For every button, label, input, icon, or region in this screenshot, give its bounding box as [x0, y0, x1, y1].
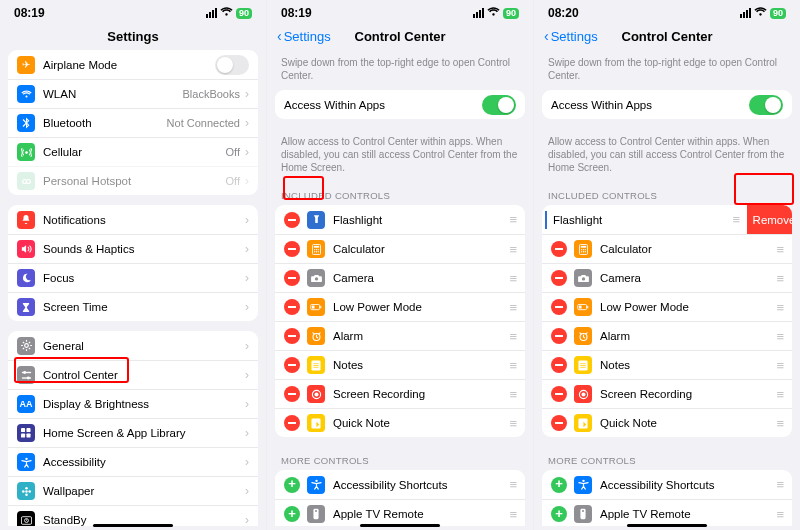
row-sounds[interactable]: Sounds & Haptics› — [8, 234, 258, 263]
status-time: 08:19 — [14, 6, 45, 20]
remove-icon[interactable] — [551, 328, 567, 344]
svg-rect-63 — [579, 305, 582, 308]
drag-handle-icon[interactable]: ≡ — [509, 507, 516, 522]
row-control-center[interactable]: Control Center› — [8, 360, 258, 389]
remove-icon[interactable] — [551, 386, 567, 402]
drag-handle-icon[interactable]: ≡ — [509, 329, 516, 344]
remove-icon[interactable] — [284, 415, 300, 431]
row-access-within-apps[interactable]: Access Within Apps — [275, 90, 525, 119]
svg-point-7 — [26, 376, 29, 379]
row-access-within-apps[interactable]: Access Within Apps — [542, 90, 792, 119]
accessibility-icon — [17, 453, 35, 471]
row-alarm[interactable]: Alarm≡ — [275, 321, 525, 350]
drag-handle-icon[interactable]: ≡ — [776, 416, 783, 431]
drag-handle-icon[interactable]: ≡ — [732, 212, 739, 227]
row-alarm[interactable]: Alarm≡ — [542, 321, 792, 350]
row-bluetooth[interactable]: Bluetooth Not Connected› — [8, 108, 258, 137]
svg-point-59 — [584, 251, 585, 252]
add-icon[interactable] — [284, 477, 300, 493]
row-atv[interactable]: Apple TV Remote≡ — [275, 499, 525, 526]
row-screentime[interactable]: Screen Time› — [8, 292, 258, 321]
row-calculator[interactable]: Calculator≡ — [542, 234, 792, 263]
drag-handle-icon[interactable]: ≡ — [509, 416, 516, 431]
drag-handle-icon[interactable]: ≡ — [509, 387, 516, 402]
add-icon[interactable] — [551, 506, 567, 522]
access-toggle[interactable] — [482, 95, 516, 115]
row-focus[interactable]: Focus› — [8, 263, 258, 292]
status-bar: 08:19 90 — [0, 0, 266, 22]
row-display[interactable]: AA Display & Brightness› — [8, 389, 258, 418]
back-button[interactable]: ‹Settings — [277, 29, 331, 44]
row-cellular[interactable]: Cellular Off› — [8, 137, 258, 166]
drag-handle-icon[interactable]: ≡ — [776, 358, 783, 373]
flashlight-icon — [307, 211, 325, 229]
row-rec[interactable]: Screen Recording≡ — [542, 379, 792, 408]
row-camera[interactable]: Camera≡ — [275, 263, 525, 292]
svg-rect-8 — [21, 428, 25, 432]
add-icon[interactable] — [551, 477, 567, 493]
wifi-icon — [487, 7, 500, 19]
row-camera[interactable]: Camera≡ — [542, 263, 792, 292]
remove-icon[interactable] — [284, 299, 300, 315]
remove-icon[interactable] — [551, 270, 567, 286]
row-as[interactable]: Accessibility Shortcuts≡ — [542, 470, 792, 499]
svg-point-42 — [315, 480, 317, 482]
remove-icon[interactable] — [284, 357, 300, 373]
row-atv[interactable]: Apple TV Remote≡ — [542, 499, 792, 526]
drag-handle-icon[interactable]: ≡ — [776, 329, 783, 344]
row-notifications[interactable]: Notifications› — [8, 205, 258, 234]
drag-handle-icon[interactable]: ≡ — [776, 477, 783, 492]
row-lpm[interactable]: Low Power Mode≡ — [275, 292, 525, 321]
row-rec[interactable]: Screen Recording≡ — [275, 379, 525, 408]
row-flashlight[interactable]: Flashlight≡ — [275, 205, 525, 234]
drag-handle-icon[interactable]: ≡ — [509, 477, 516, 492]
row-accessibility[interactable]: Accessibility› — [8, 447, 258, 476]
row-general[interactable]: General› — [8, 331, 258, 360]
battery-low-icon — [574, 298, 592, 316]
row-quicknote[interactable]: Quick Note≡ — [542, 408, 792, 437]
row-notes[interactable]: Notes≡ — [542, 350, 792, 379]
chevron-right-icon: › — [245, 484, 249, 498]
airplane-toggle[interactable] — [215, 55, 249, 75]
drag-handle-icon[interactable]: ≡ — [776, 507, 783, 522]
add-icon[interactable] — [284, 506, 300, 522]
row-quicknote[interactable]: Quick Note≡ — [275, 408, 525, 437]
back-button[interactable]: ‹Settings — [544, 29, 598, 44]
drag-handle-icon[interactable]: ≡ — [776, 300, 783, 315]
remove-icon[interactable] — [284, 328, 300, 344]
page-title: Control Center — [355, 29, 446, 44]
row-flashlight-shifted[interactable]: Flashlight ≡ Remove — [542, 205, 792, 234]
reorder-indicator — [545, 211, 547, 229]
drag-handle-icon[interactable]: ≡ — [776, 271, 783, 286]
remove-button[interactable]: Remove — [747, 205, 792, 234]
hotspot-icon — [17, 172, 35, 190]
chevron-right-icon: › — [245, 116, 249, 130]
row-hotspot[interactable]: Personal Hotspot Off› — [8, 166, 258, 195]
remove-icon[interactable] — [551, 241, 567, 257]
row-as[interactable]: Accessibility Shortcuts≡ — [275, 470, 525, 499]
drag-handle-icon[interactable]: ≡ — [509, 271, 516, 286]
remove-icon[interactable] — [284, 270, 300, 286]
remove-icon[interactable] — [551, 299, 567, 315]
drag-handle-icon[interactable]: ≡ — [509, 212, 516, 227]
access-toggle[interactable] — [749, 95, 783, 115]
row-calculator[interactable]: Calculator≡ — [275, 234, 525, 263]
row-wallpaper[interactable]: Wallpaper› — [8, 476, 258, 505]
remove-icon[interactable] — [284, 386, 300, 402]
row-homescreen[interactable]: Home Screen & App Library› — [8, 418, 258, 447]
row-airplane[interactable]: ✈ Airplane Mode — [8, 50, 258, 79]
remove-icon[interactable] — [551, 415, 567, 431]
drag-handle-icon[interactable]: ≡ — [776, 387, 783, 402]
remove-icon[interactable] — [284, 241, 300, 257]
remove-icon[interactable] — [284, 212, 300, 228]
drag-handle-icon[interactable]: ≡ — [509, 300, 516, 315]
row-wlan[interactable]: WLAN BlackBooks› — [8, 79, 258, 108]
row-lpm[interactable]: Low Power Mode≡ — [542, 292, 792, 321]
svg-point-15 — [25, 493, 28, 496]
row-notes[interactable]: Notes≡ — [275, 350, 525, 379]
alarm-icon — [307, 327, 325, 345]
remove-icon[interactable] — [551, 357, 567, 373]
drag-handle-icon[interactable]: ≡ — [509, 358, 516, 373]
drag-handle-icon[interactable]: ≡ — [776, 242, 783, 257]
drag-handle-icon[interactable]: ≡ — [509, 242, 516, 257]
